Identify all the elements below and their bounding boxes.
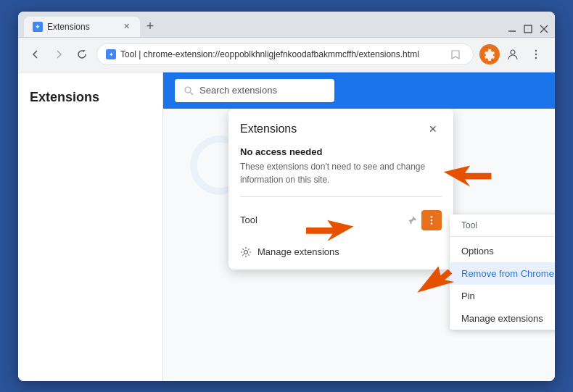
extensions-toolbar-button[interactable] <box>479 44 500 64</box>
context-menu-manage[interactable]: Manage extensions <box>450 307 555 330</box>
context-menu-remove[interactable]: Remove from Chrome... <box>450 262 555 285</box>
extension-row-tool: Tool <box>240 206 442 235</box>
tab-favicon <box>33 22 43 32</box>
svg-point-4 <box>511 50 515 54</box>
new-tab-button[interactable]: + <box>140 17 160 37</box>
page-content: Search extensions RISK.COM Extensions ✕ <box>163 72 555 381</box>
context-menu-options[interactable]: Options <box>450 240 555 262</box>
title-bar: Extensions ✕ + <box>18 12 555 38</box>
ctx-divider-1 <box>450 236 555 237</box>
settings-icon <box>240 246 252 258</box>
extensions-popup: Extensions ✕ No access needed These exte… <box>228 109 453 270</box>
address-icons <box>447 46 464 63</box>
svg-point-6 <box>535 54 537 55</box>
arrow-to-remove <box>417 266 454 292</box>
popup-section-title: No access needed <box>240 146 442 157</box>
sidebar-title: Extensions <box>18 84 162 111</box>
page-header: Search extensions <box>163 72 555 109</box>
browser-window: Extensions ✕ + Tool | chrome-extension:/… <box>18 12 555 381</box>
maximize-icon[interactable] <box>523 24 533 34</box>
context-menu-section-label: Tool <box>450 214 555 233</box>
address-bar: Tool | chrome-extension://eoppoblkhnligj… <box>18 38 555 72</box>
svg-line-9 <box>191 92 194 95</box>
extension-pin-button[interactable] <box>404 212 421 229</box>
bookmark-icon[interactable] <box>447 46 464 63</box>
forward-button[interactable] <box>50 46 67 63</box>
svg-rect-1 <box>524 25 532 33</box>
popup-divider <box>240 196 442 197</box>
tab-close-btn[interactable]: ✕ <box>121 22 131 32</box>
close-icon[interactable] <box>539 24 549 34</box>
main-content: Extensions Search extensions RISK.COM <box>18 72 555 381</box>
manage-extensions-link[interactable]: Manage extensions <box>257 246 339 257</box>
svg-point-7 <box>535 57 537 59</box>
extension-more-button[interactable] <box>421 210 442 230</box>
sidebar: Extensions <box>18 72 163 381</box>
window-controls <box>507 24 549 37</box>
extension-name: Tool <box>240 214 404 225</box>
popup-title: Extensions <box>240 122 297 135</box>
svg-point-5 <box>535 50 537 51</box>
minimize-icon[interactable] <box>507 24 517 34</box>
popup-close-button[interactable]: ✕ <box>424 120 442 138</box>
svg-point-12 <box>431 216 433 218</box>
toolbar-icons <box>479 44 546 64</box>
svg-point-14 <box>431 222 433 225</box>
address-text: Tool | chrome-extension://eoppoblkhnligj… <box>120 49 419 59</box>
popup-footer: Manage extensions <box>240 243 442 258</box>
search-placeholder: Search extensions <box>199 85 277 96</box>
page-body: RISK.COM Extensions ✕ No access needed T… <box>163 109 555 381</box>
browser-tab[interactable]: Extensions ✕ <box>24 17 140 37</box>
context-menu: Tool Options Remove from Chrome... Pin M… <box>450 214 555 330</box>
address-input[interactable]: Tool | chrome-extension://eoppoblkhnligj… <box>96 43 474 65</box>
popup-section-desc: These extensions don't need to see and c… <box>240 160 442 186</box>
chrome-menu-button[interactable] <box>526 44 546 64</box>
refresh-button[interactable] <box>73 46 91 63</box>
popup-header: Extensions ✕ <box>240 120 442 138</box>
search-extensions-input[interactable]: Search extensions <box>175 79 334 102</box>
profile-button[interactable] <box>503 44 523 64</box>
address-favicon <box>106 49 116 59</box>
back-button[interactable] <box>27 46 44 63</box>
svg-point-13 <box>431 219 433 221</box>
context-menu-pin[interactable]: Pin <box>450 285 555 307</box>
svg-point-8 <box>185 87 191 93</box>
tab-title: Extensions <box>47 22 90 32</box>
svg-point-15 <box>244 250 248 254</box>
